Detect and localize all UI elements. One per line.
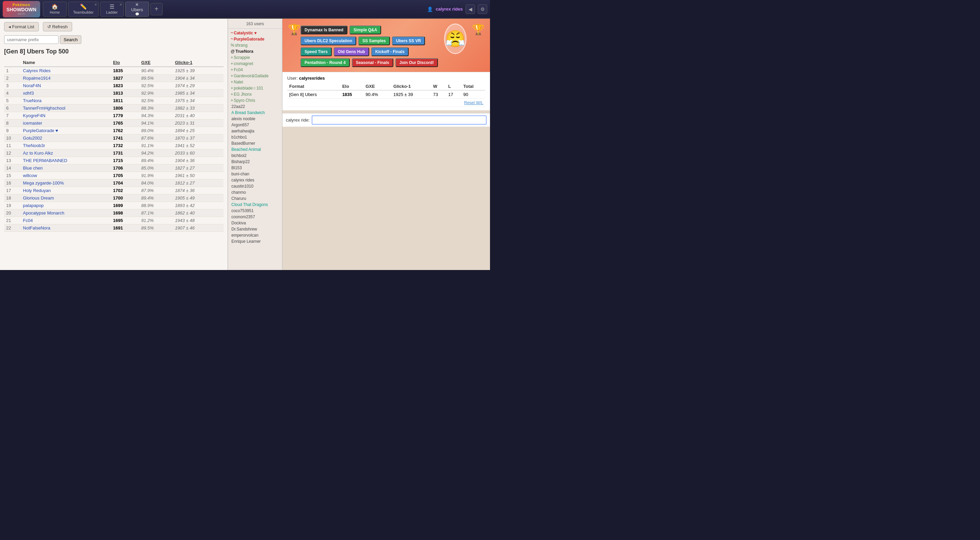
format-list-button[interactable]: ◂ Format List [4, 22, 39, 31]
list-item[interactable]: alexis noobie [228, 116, 282, 122]
list-item[interactable]: +pokeblade☆101 [228, 85, 282, 91]
list-item[interactable]: A Bread Sandwich [228, 110, 282, 116]
list-item[interactable]: +EG Jhonx [228, 91, 282, 97]
list-item[interactable]: Cloud That Dragons [228, 202, 282, 208]
name-cell[interactable]: TheNoob3r [21, 142, 111, 150]
col-elo[interactable]: Elo [111, 59, 139, 67]
list-item[interactable]: BasedBurner [228, 140, 282, 147]
list-item[interactable]: bichboi2 [228, 153, 282, 159]
name-cell[interactable]: Blue chen [21, 164, 111, 172]
table-row[interactable]: 2 Ropalme1914 1827 89.5% 1904 ± 34 [4, 75, 224, 82]
settings-button[interactable]: ⚙ [478, 5, 487, 14]
refresh-button[interactable]: ↺ Refresh [43, 22, 72, 31]
tab-ubers[interactable]: ✕ Ubers 💬 [125, 2, 149, 17]
list-item[interactable]: +Gardevoir&Gallade [228, 73, 282, 79]
chat-input[interactable] [312, 115, 487, 124]
name-cell[interactable]: Ropalme1914 [21, 75, 111, 82]
table-row[interactable]: 1 Calyrex Rides 1835 90.4% 1925 ± 39 [4, 67, 224, 75]
name-cell[interactable]: Glorious Dream [21, 194, 111, 202]
list-item[interactable]: ~PurpleGatorade [228, 36, 282, 42]
name-cell[interactable]: NotFalseNora [21, 225, 111, 232]
list-item[interactable]: Dockiva [228, 220, 282, 226]
table-row[interactable]: 4 xdhf3 1813 92.9% 1985 ± 34 [4, 89, 224, 97]
table-row[interactable]: 9 PurpleGatorade ♥ 1762 89.0% 1894 ± 25 [4, 127, 224, 134]
list-item[interactable]: +Spyro Chris [228, 97, 282, 104]
list-item[interactable]: buni-chan [228, 171, 282, 177]
name-cell[interactable]: willcow [21, 172, 111, 180]
add-tab-button[interactable]: + [150, 3, 163, 15]
ladder-close-icon[interactable]: ✕ [119, 3, 122, 6]
list-item[interactable]: +Scrappie [228, 54, 282, 61]
table-row[interactable]: 5 TrueNora 1811 92.5% 1975 ± 34 [4, 97, 224, 105]
teambuilder-close-icon[interactable]: ✕ [94, 3, 97, 6]
name-cell[interactable]: Mega zygarde-100% [21, 180, 111, 187]
banner-tag-button[interactable]: Kickoff - Finals [371, 47, 409, 56]
banner-tag-button[interactable]: Dynamax Is Banned [301, 25, 347, 34]
tab-teambuilder[interactable]: ✕ ✏️ Teambuilder [68, 2, 99, 17]
table-row[interactable]: 12 Az to Kuro Alkz 1731 94.2% 2033 ± 60 [4, 150, 224, 157]
banner-tag-button[interactable]: Speed Tiers [301, 47, 332, 56]
ubers-close-icon[interactable]: ✕ [135, 2, 139, 7]
search-input[interactable] [4, 35, 59, 44]
table-row[interactable]: 16 Mega zygarde-100% 1704 84.0% 1812 ± 2… [4, 180, 224, 187]
banner-tag-button[interactable]: Pentathlon - Round 4 [301, 58, 350, 67]
table-row[interactable]: 22 NotFalseNora 1691 89.5% 1907 ± 46 [4, 225, 224, 232]
table-row[interactable]: 6 TannerFrmHghschool 1806 88.3% 1882 ± 3… [4, 105, 224, 112]
list-item[interactable]: emperorvolcan [228, 232, 282, 238]
list-item[interactable]: Bl153 [228, 165, 282, 171]
list-item[interactable]: caustin1010 [228, 183, 282, 189]
name-cell[interactable]: NoraF4N [21, 82, 111, 89]
list-item[interactable]: coonom2357 [228, 214, 282, 220]
table-row[interactable]: 17 Holy Reduyan 1702 87.9% 1874 ± 36 [4, 187, 224, 194]
tab-ladder[interactable]: ✕ ☰ Ladder [100, 2, 124, 17]
banner-tag-button[interactable]: Ubers SS VR [392, 37, 425, 45]
list-item[interactable]: Bisharp22 [228, 159, 282, 165]
name-cell[interactable]: KyogreF4N [21, 112, 111, 119]
name-cell[interactable]: PurpleGatorade ♥ [21, 127, 111, 134]
reset-wl-link[interactable]: Reset W/L [464, 100, 483, 105]
table-row[interactable]: 8 icemaster 1765 94.1% 2023 ± 31 [4, 119, 224, 127]
list-item[interactable]: %shrang [228, 42, 282, 48]
name-cell[interactable]: TrueNora [21, 97, 111, 105]
table-row[interactable]: 18 Glorious Dream 1700 89.4% 1905 ± 49 [4, 194, 224, 202]
list-item[interactable]: 22aa22 [228, 104, 282, 110]
list-item[interactable]: Charuru [228, 196, 282, 202]
table-row[interactable]: 15 willcow 1705 91.9% 1961 ± 50 [4, 172, 224, 180]
name-cell[interactable]: Fc04 [21, 217, 111, 225]
list-item[interactable]: Argon657 [228, 122, 282, 128]
table-row[interactable]: 20 Apocalypse Monarch 1698 87.1% 1862 ± … [4, 209, 224, 217]
list-item[interactable]: Beached Animal [228, 147, 282, 153]
banner-tag-button[interactable]: Simple Q&A [350, 25, 381, 34]
name-cell[interactable]: Golu2002 [21, 134, 111, 142]
name-cell[interactable]: icemaster [21, 119, 111, 127]
table-row[interactable]: 13 THE PERMABANNED 1715 89.4% 1904 ± 36 [4, 157, 224, 164]
name-cell[interactable]: Calyrex Rides [21, 67, 111, 75]
banner-tag-button[interactable]: SS Samples [358, 37, 390, 45]
banner-tag-button[interactable]: Join Our Discord! [395, 58, 438, 67]
table-row[interactable]: 11 TheNoob3r 1732 91.1% 1941 ± 52 [4, 142, 224, 150]
tab-home[interactable]: 🏠 Home [43, 2, 67, 17]
table-row[interactable]: 3 NoraF4N 1823 92.5% 1974 ± 29 [4, 82, 224, 89]
name-cell[interactable]: xdhf3 [21, 89, 111, 97]
name-cell[interactable]: Apocalypse Monarch [21, 209, 111, 217]
list-item[interactable]: +Fc04 [228, 67, 282, 73]
list-item[interactable]: +Nalei [228, 79, 282, 85]
list-item[interactable]: coco753951 [228, 208, 282, 214]
username-link[interactable]: calyrex rides [436, 6, 463, 11]
list-item[interactable]: ~Catalystic ♥ [228, 30, 282, 36]
app-logo[interactable]: Pokémon SHOWDOWN BETA [3, 1, 40, 18]
col-gxe[interactable]: GXE [139, 59, 173, 67]
table-row[interactable]: 21 Fc04 1695 91.2% 1943 ± 48 [4, 217, 224, 225]
banner-tag-button[interactable]: Seasonal - Finals [352, 58, 393, 67]
col-name[interactable]: Name [21, 59, 111, 67]
table-row[interactable]: 10 Golu2002 1741 87.6% 1870 ± 37 [4, 134, 224, 142]
list-item[interactable]: +cromagnet [228, 61, 282, 67]
name-cell[interactable]: Holy Reduyan [21, 187, 111, 194]
list-item[interactable]: chanmo [228, 189, 282, 196]
name-cell[interactable]: Az to Kuro Alkz [21, 150, 111, 157]
list-item[interactable]: Dr.Sandshrew [228, 226, 282, 232]
list-item[interactable]: calyrex rides [228, 177, 282, 183]
table-row[interactable]: 14 Blue chen 1706 85.0% 1827 ± 27 [4, 164, 224, 172]
table-row[interactable]: 19 palapapop 1699 88.9% 1893 ± 42 [4, 202, 224, 209]
banner-tag-button[interactable]: Ubers DLC2 Speculation [301, 37, 356, 45]
